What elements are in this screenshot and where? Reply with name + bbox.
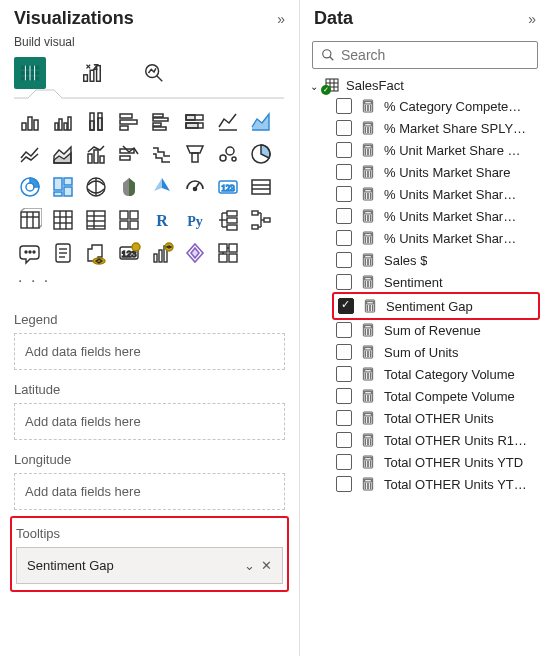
format-visual-tab[interactable] bbox=[76, 57, 108, 89]
field-checkbox[interactable] bbox=[336, 366, 352, 382]
viz-type-30[interactable] bbox=[212, 204, 243, 235]
viz-type-29[interactable]: Py bbox=[179, 204, 210, 235]
viz-type-17[interactable] bbox=[47, 171, 78, 202]
field-item[interactable]: Total OTHER Units bbox=[334, 407, 546, 429]
field-item[interactable]: % Unit Market Share … bbox=[334, 139, 546, 161]
viz-type-28[interactable]: R bbox=[146, 204, 177, 235]
viz-type-13[interactable] bbox=[179, 138, 210, 169]
viz-type-32[interactable] bbox=[14, 237, 45, 268]
field-checkbox[interactable] bbox=[336, 454, 352, 470]
svg-point-261 bbox=[370, 377, 371, 378]
svg-rect-28 bbox=[153, 127, 166, 130]
field-checkbox[interactable] bbox=[336, 164, 352, 180]
field-item[interactable]: Total Category Volume bbox=[334, 363, 546, 385]
field-item[interactable]: Sentiment bbox=[334, 271, 546, 293]
viz-type-7[interactable] bbox=[245, 105, 276, 136]
field-checkbox[interactable] bbox=[336, 142, 352, 158]
more-visuals-button[interactable]: · · · bbox=[14, 270, 285, 300]
viz-type-15[interactable] bbox=[245, 138, 276, 169]
viz-type-31[interactable] bbox=[245, 204, 276, 235]
viz-type-16[interactable] bbox=[14, 171, 45, 202]
field-item[interactable]: Sum of Units bbox=[334, 341, 546, 363]
tooltips-well[interactable]: Sentiment Gap ⌄ ✕ bbox=[16, 547, 283, 584]
viz-type-38[interactable] bbox=[212, 237, 243, 268]
viz-type-37[interactable] bbox=[179, 237, 210, 268]
viz-type-1[interactable] bbox=[47, 105, 78, 136]
search-input[interactable] bbox=[341, 47, 529, 63]
field-name: % Market Share SPLY… bbox=[384, 121, 526, 136]
field-item[interactable]: % Units Market Share bbox=[334, 161, 546, 183]
chevron-down-icon[interactable]: ⌄ bbox=[244, 558, 255, 573]
search-box[interactable] bbox=[312, 41, 538, 69]
viz-type-27[interactable] bbox=[113, 204, 144, 235]
viz-type-18[interactable] bbox=[80, 171, 111, 202]
viz-type-24[interactable] bbox=[14, 204, 45, 235]
field-checkbox[interactable] bbox=[336, 432, 352, 448]
field-item[interactable]: Total OTHER Units YTD bbox=[334, 451, 546, 473]
svg-rect-23 bbox=[120, 120, 137, 124]
field-item[interactable]: Total Compete Volume bbox=[334, 385, 546, 407]
longitude-well[interactable]: Add data fields here bbox=[14, 473, 285, 510]
viz-type-5[interactable] bbox=[179, 105, 210, 136]
viz-type-4[interactable] bbox=[146, 105, 177, 136]
table-salesfact[interactable]: ⌄ ✓ SalesFact bbox=[308, 75, 546, 95]
viz-type-19[interactable] bbox=[113, 171, 144, 202]
viz-type-12[interactable] bbox=[146, 138, 177, 169]
viz-type-10[interactable] bbox=[80, 138, 111, 169]
field-item[interactable]: Sum of Revenue bbox=[334, 319, 546, 341]
viz-type-35[interactable]: 123 bbox=[113, 237, 144, 268]
viz-type-36[interactable] bbox=[146, 237, 177, 268]
field-item[interactable]: % Market Share SPLY… bbox=[334, 117, 546, 139]
viz-type-22[interactable]: 123 bbox=[212, 171, 243, 202]
viz-type-0[interactable] bbox=[14, 105, 45, 136]
viz-type-11[interactable] bbox=[113, 138, 144, 169]
field-checkbox[interactable] bbox=[336, 322, 352, 338]
collapse-viz-icon[interactable]: » bbox=[277, 11, 285, 27]
latitude-well[interactable]: Add data fields here bbox=[14, 403, 285, 440]
measure-icon bbox=[360, 388, 376, 404]
field-item[interactable]: Sentiment Gap bbox=[336, 295, 536, 317]
field-checkbox[interactable] bbox=[336, 476, 352, 492]
field-item[interactable]: % Units Market Shar… bbox=[334, 183, 546, 205]
svg-point-289 bbox=[365, 441, 366, 442]
viz-type-2[interactable] bbox=[80, 105, 111, 136]
field-checkbox[interactable] bbox=[336, 208, 352, 224]
field-checkbox[interactable] bbox=[336, 252, 352, 268]
field-checkbox[interactable] bbox=[338, 298, 354, 314]
field-checkbox[interactable] bbox=[336, 120, 352, 136]
field-checkbox[interactable] bbox=[336, 388, 352, 404]
legend-well[interactable]: Add data fields here bbox=[14, 333, 285, 370]
viz-type-9[interactable] bbox=[47, 138, 78, 169]
viz-type-25[interactable] bbox=[47, 204, 78, 235]
field-item[interactable]: Total OTHER Units R1… bbox=[334, 429, 546, 451]
field-checkbox[interactable] bbox=[336, 230, 352, 246]
svg-point-313 bbox=[370, 485, 371, 486]
field-checkbox[interactable] bbox=[336, 344, 352, 360]
viz-type-8[interactable] bbox=[14, 138, 45, 169]
svg-point-137 bbox=[370, 129, 371, 130]
viz-type-34[interactable] bbox=[80, 237, 111, 268]
collapse-data-icon[interactable]: » bbox=[528, 11, 536, 27]
field-item[interactable]: Total OTHER Units YT… bbox=[334, 473, 546, 495]
analytics-tab[interactable] bbox=[138, 57, 170, 89]
viz-type-33[interactable] bbox=[47, 237, 78, 268]
viz-type-21[interactable] bbox=[179, 171, 210, 202]
viz-type-3[interactable] bbox=[113, 105, 144, 136]
field-item[interactable]: % Category Compete… bbox=[334, 95, 546, 117]
viz-type-14[interactable] bbox=[212, 138, 243, 169]
remove-icon[interactable]: ✕ bbox=[261, 558, 272, 573]
viz-type-23[interactable] bbox=[245, 171, 276, 202]
svg-point-311 bbox=[365, 485, 366, 486]
build-visual-tab[interactable] bbox=[14, 57, 46, 89]
viz-type-20[interactable] bbox=[146, 171, 177, 202]
viz-type-26[interactable] bbox=[80, 204, 111, 235]
field-checkbox[interactable] bbox=[336, 410, 352, 426]
svg-text:123: 123 bbox=[221, 183, 235, 193]
field-item[interactable]: Sales $ bbox=[334, 249, 546, 271]
field-checkbox[interactable] bbox=[336, 186, 352, 202]
field-checkbox[interactable] bbox=[336, 98, 352, 114]
field-item[interactable]: % Units Market Shar… bbox=[334, 205, 546, 227]
viz-type-6[interactable] bbox=[212, 105, 243, 136]
field-item[interactable]: % Units Market Shar… bbox=[334, 227, 546, 249]
field-checkbox[interactable] bbox=[336, 274, 352, 290]
